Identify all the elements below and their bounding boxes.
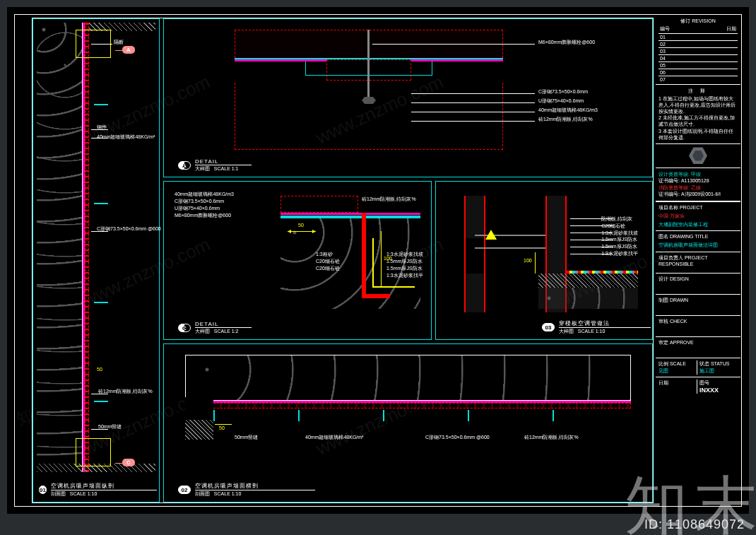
section-01-vertical: A C 隔断 钢件 40mm超细玻璃棉48KG/m³ C形钢73.5×50×0.… — [33, 18, 160, 502]
dim: 50 — [97, 367, 102, 372]
panel-scale: SCALE 1:10 — [578, 329, 606, 334]
section-marker-c: C — [122, 459, 135, 466]
callout: U形钢75×40×0.6mm — [538, 98, 584, 105]
panel-main-title: 空调机房吸声墙面纵剖 — [51, 482, 157, 490]
purlin — [94, 302, 108, 303]
magenta-layer — [280, 213, 420, 215]
floor-hatch — [538, 274, 638, 288]
logo-hex-icon — [689, 146, 707, 165]
note-item: 3 本套设计图纸说明,不得随自任任何部分复遗. — [658, 128, 738, 141]
purlin — [468, 410, 469, 421]
leader — [570, 233, 613, 233]
callout: C20细石砼 — [316, 258, 340, 265]
slab — [538, 288, 638, 309]
callout: 50mm留缝 — [98, 423, 122, 430]
note-item: 1 在施工过程中,如场与图纸有较大差入,不得自行更改,应告知设计师后按实情更改. — [658, 95, 738, 114]
section-02-drawing: 50 50mm留缝 40mm超细玻璃棉48KG/m³ C形钢73.5×50×0.… — [185, 355, 631, 447]
purlin — [94, 203, 108, 204]
callout: 砖12mm防潮板,待刮灰% — [538, 116, 593, 123]
leader — [411, 121, 535, 122]
sealant-icon — [485, 224, 497, 240]
note-item: 2 未经批准,施工方不得擅自更改,加减节点做法尺寸. — [658, 114, 738, 127]
cred-line: 证书编号: A113005128 — [658, 177, 738, 184]
leader — [411, 93, 535, 94]
panel-sub: 大样图 — [195, 329, 210, 334]
leader — [570, 218, 613, 219]
leader — [570, 254, 613, 254]
callout: 钢件 — [97, 124, 107, 131]
callout: 40mm超细玻璃棉48KG/m³ — [305, 434, 363, 441]
credentials: 设计资质等级: 甲级 证书编号: A113005128 消防资质等级: 乙级 证… — [656, 168, 740, 201]
cred-line: 设计资质等级: 甲级 — [658, 171, 738, 177]
panel-number: C — [178, 324, 191, 332]
u-channel — [280, 196, 358, 213]
dim-h — [215, 424, 232, 425]
drawing-area: A C 隔断 钢件 40mm超细玻璃棉48KG/m³ C形钢73.5×50×0.… — [32, 18, 654, 503]
leader — [411, 112, 535, 112]
panel-number: 02 — [178, 486, 191, 494]
rev-row: 03 — [658, 47, 738, 54]
rev-row: 07 — [658, 76, 738, 83]
purlin — [383, 410, 384, 421]
revision-table: 修订 REVISION 编号日期 01 02 03 04 05 06 07 — [656, 16, 740, 85]
notes-header: 注 释 — [658, 88, 738, 94]
callout: 砖12mm防潮板,待刮灰% — [98, 388, 153, 395]
acoustic-panel — [185, 403, 631, 408]
panel-sub: 大样图 — [559, 329, 574, 334]
callout: M6×80mm膨胀螺栓@600 — [175, 212, 231, 219]
titleblock: 修订 REVISION 编号日期 01 02 03 04 05 06 07 注 … — [656, 16, 740, 505]
dim-text: 50 — [298, 223, 304, 228]
concrete-wall — [37, 23, 83, 472]
company-logo — [656, 144, 740, 168]
callout: C形钢73.5×50×0.6mm @600 — [425, 434, 490, 441]
purlin — [94, 401, 108, 402]
scale-status-row: 比例 SCALE见图 状态 STATUS施工图 — [656, 358, 740, 377]
callout: 1:3水泥砂浆找平 — [386, 272, 423, 279]
callout: C20细石砼 — [316, 265, 340, 272]
panel-title: C DETAIL 大样图 SCALE 1:2 — [178, 321, 252, 335]
callout: 砖12mm防潮板,待刮灰% — [524, 434, 579, 441]
red-base — [362, 294, 390, 298]
image-id: ID: 1108649072 — [644, 517, 745, 532]
acoustic-panel — [85, 23, 89, 472]
red-stud — [362, 213, 366, 294]
panel-main-title: DETAIL — [195, 158, 252, 165]
callout: 1.5mm厚JS防水 — [386, 258, 423, 265]
leader — [91, 44, 112, 45]
panel-main-title: 穿楼板空调管做法 — [559, 319, 651, 328]
leader — [372, 44, 535, 45]
panel-title: 01 空调机房吸声墙面纵剖 剖面图 SCALE 1:10 — [39, 482, 153, 498]
callout: U形钢75×40×0.6mm — [175, 205, 220, 212]
panel-title: 02 空调机房吸声墙面横剖 剖面图 SCALE 1:10 — [178, 482, 315, 498]
dim-text: 100 — [524, 258, 532, 263]
notes: 注 释 1 在施工过程中,如场与图纸有较大差入,不得自行更改,应告知设计师后按实… — [656, 85, 740, 144]
section-marker-a: A — [122, 46, 135, 54]
panel-number: 01 — [39, 486, 47, 494]
panel-scale: SCALE 1:1 — [214, 166, 239, 171]
check-field: 审核 CHECK — [656, 315, 740, 336]
panel-sub: 剖面图 — [195, 491, 210, 496]
panel-sub: 剖面图 — [51, 491, 66, 496]
purlin — [553, 410, 554, 421]
cred-line: 证书编号: A消2009设001-II/I — [658, 191, 738, 197]
panel-main-title: DETAIL — [195, 321, 252, 328]
rev-row: 01 — [658, 33, 738, 40]
cad-viewport: www.znzmo.com www.znzmo.com www.znzmo.co… — [0, 0, 756, 535]
dim-text: 50 — [219, 425, 225, 430]
project-field: 项目名称 PROJECT 中国·万家乐 大埔剧院室内装修工程 — [656, 201, 740, 230]
detail-03-pipe: 100 防潮板,待刮灰 C20细石砼 1:3水泥砂浆找坡 1.5mm厚JS防水 … — [435, 181, 653, 340]
key-detail-c — [76, 438, 111, 466]
cred-line: 消防资质等级: 乙级 — [658, 184, 738, 191]
panel-scale: SCALE 1:2 — [214, 329, 239, 334]
threaded-rod — [367, 30, 370, 100]
panel-sub: 大样图 — [195, 166, 210, 171]
callout: C形钢73.5×50×0.6mm @600 — [97, 225, 161, 233]
callout: 砖12mm防潮板,待刮灰% — [362, 196, 416, 203]
resp-field: 项目负责人 PROJECT RESPONSIBLE — [656, 252, 740, 273]
callout: 50mm留缝 — [235, 434, 258, 441]
callout: 40mm超细玻璃棉48KG/m3 — [175, 191, 234, 198]
wall-left — [464, 196, 485, 312]
panel-title: A DETAIL 大样图 SCALE 1:1 — [178, 158, 252, 172]
panel-main-title: 空调机房吸声墙面横剖 — [195, 482, 315, 490]
dim-h — [288, 231, 316, 232]
